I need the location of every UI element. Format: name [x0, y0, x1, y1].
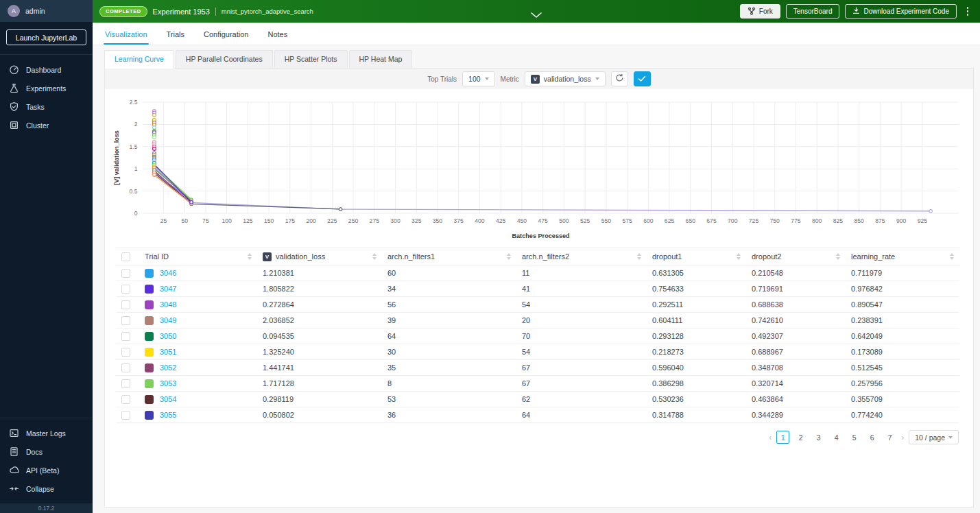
user-menu[interactable]: A admin [0, 0, 93, 22]
svg-text:600: 600 [643, 217, 654, 224]
chevron-down-icon [485, 77, 489, 80]
trial-color-swatch [145, 348, 154, 357]
viz-tab-hp-parallel-coordinates[interactable]: HP Parallel Coordinates [176, 50, 273, 69]
trial-id-link[interactable]: 3049 [160, 316, 176, 324]
svg-text:925: 925 [918, 217, 928, 224]
prev-page-button[interactable]: ‹ [769, 433, 772, 442]
column-header-dropout2[interactable]: dropout2 [746, 248, 846, 265]
check-icon [638, 74, 646, 84]
row-checkbox[interactable] [121, 269, 130, 278]
svg-text:1: 1 [134, 165, 138, 172]
tab-configuration[interactable]: Configuration [204, 30, 248, 45]
row-checkbox[interactable] [121, 411, 130, 420]
metric-select[interactable]: V validation_loss [525, 71, 606, 86]
svg-text:800: 800 [812, 217, 822, 224]
column-header-learning-rate[interactable]: learning_rate [846, 248, 959, 265]
viz-tab-learning-curve[interactable]: Learning Curve [104, 50, 174, 69]
logs-icon [9, 428, 19, 438]
page-size-select[interactable]: 10 / page [909, 430, 959, 444]
tensorboard-button[interactable]: TensorBoard [786, 4, 840, 19]
sort-icon[interactable] [836, 253, 840, 260]
table-cell: 64 [516, 407, 647, 423]
table-cell: 0.688638 [746, 297, 846, 313]
trial-id-link[interactable]: 3047 [160, 285, 176, 293]
sort-icon[interactable] [372, 253, 377, 260]
page-button-7[interactable]: 7 [883, 431, 896, 444]
status-badge: COMPLETED [99, 6, 147, 17]
table-cell: 0.976842 [846, 281, 959, 297]
sort-icon[interactable] [737, 253, 741, 260]
column-header-arch-n-filters1[interactable]: arch.n_filters1 [382, 248, 516, 265]
column-header-arch-n-filters2[interactable]: arch.n_filters2 [516, 248, 647, 265]
page-button-5[interactable]: 5 [848, 431, 861, 444]
trial-id-link[interactable]: 3048 [160, 300, 176, 309]
sidebar-item-tasks[interactable]: Tasks [0, 97, 93, 116]
row-checkbox[interactable] [121, 363, 130, 372]
table-cell: 0.320714 [746, 376, 846, 392]
sort-icon[interactable] [507, 253, 511, 260]
trial-id-link[interactable]: 3051 [160, 348, 176, 356]
trial-id-link[interactable]: 3054 [160, 395, 176, 403]
select-all-checkbox[interactable] [121, 252, 130, 261]
sort-icon[interactable] [950, 253, 954, 260]
launch-jupyterlab-button[interactable]: Launch JupyterLab [6, 29, 86, 45]
svg-text:650: 650 [686, 217, 696, 224]
sidebar-item-dashboard[interactable]: Dashboard [0, 60, 93, 79]
column-header-dropout1[interactable]: dropout1 [647, 248, 746, 265]
page-button-6[interactable]: 6 [865, 431, 879, 444]
sidebar-item-docs[interactable]: Docs [0, 442, 93, 461]
chart-toolbar: Top Trials 100 Metric V validation_loss [105, 69, 973, 89]
sidebar-item-cluster[interactable]: Cluster [0, 116, 93, 134]
row-checkbox[interactable] [121, 395, 130, 404]
svg-text:825: 825 [833, 217, 844, 224]
sidebar-item-experiments[interactable]: Experiments [0, 79, 93, 97]
trial-id-link[interactable]: 3052 [160, 363, 176, 372]
page-button-4[interactable]: 4 [830, 431, 843, 444]
column-header-trial-id[interactable]: Trial ID [139, 248, 257, 265]
row-checkbox[interactable] [121, 285, 130, 294]
tab-visualization[interactable]: Visualization [105, 30, 147, 45]
page-button-3[interactable]: 3 [812, 431, 825, 444]
trial-id-link[interactable]: 3055 [160, 411, 176, 419]
download-experiment-code-button[interactable]: Download Experiment Code [845, 4, 957, 19]
cluster-icon [9, 120, 19, 130]
svg-text:475: 475 [538, 217, 548, 224]
chevron-down-icon[interactable] [531, 8, 542, 21]
fork-button[interactable]: Fork [740, 4, 780, 19]
table-cell: 53 [382, 392, 516, 407]
sidebar-item-api-beta[interactable]: API (Beta) [0, 461, 93, 479]
table-cell: 0.596040 [647, 360, 746, 376]
table-cell: 1.210381 [257, 265, 382, 281]
table-cell: 1.325240 [257, 344, 382, 360]
apply-button[interactable] [634, 71, 651, 86]
chevron-down-icon [948, 436, 953, 439]
row-checkbox[interactable] [121, 316, 130, 325]
tab-notes[interactable]: Notes [267, 30, 287, 45]
refresh-button[interactable] [611, 71, 628, 86]
tab-trials[interactable]: Trials [167, 30, 184, 45]
table-cell: 41 [516, 281, 647, 297]
viz-tab-hp-scatter-plots[interactable]: HP Scatter Plots [274, 50, 348, 69]
row-checkbox[interactable] [121, 300, 130, 309]
row-checkbox[interactable] [121, 332, 130, 341]
trial-id-link[interactable]: 3046 [160, 269, 176, 277]
next-page-button[interactable]: › [901, 433, 904, 442]
learning-curve-chart[interactable]: 00.511.522.52550751001251501752002252502… [105, 89, 973, 242]
trial-id-link[interactable]: 3050 [160, 332, 176, 340]
column-header-validation-loss[interactable]: Vvalidation_loss [257, 248, 382, 265]
table-cell: 0.774240 [846, 407, 959, 423]
chevron-down-icon [595, 77, 599, 80]
top-trials-select[interactable]: 100 [462, 71, 495, 86]
trial-id-link[interactable]: 3053 [160, 379, 176, 387]
more-options-icon[interactable] [962, 4, 973, 19]
sort-icon[interactable] [248, 253, 252, 260]
row-checkbox[interactable] [121, 348, 130, 357]
sidebar-item-collapse[interactable]: Collapse [0, 479, 93, 498]
sidebar-item-master-logs[interactable]: Master Logs [0, 424, 93, 442]
sort-icon[interactable] [637, 253, 641, 260]
page-button-2[interactable]: 2 [794, 431, 807, 444]
viz-tab-hp-heat-map[interactable]: HP Heat Map [349, 50, 413, 69]
learning-curve-svg[interactable]: 00.511.522.52550751001251501752002252502… [110, 97, 964, 242]
page-button-1[interactable]: 1 [776, 431, 789, 444]
row-checkbox[interactable] [121, 379, 130, 388]
